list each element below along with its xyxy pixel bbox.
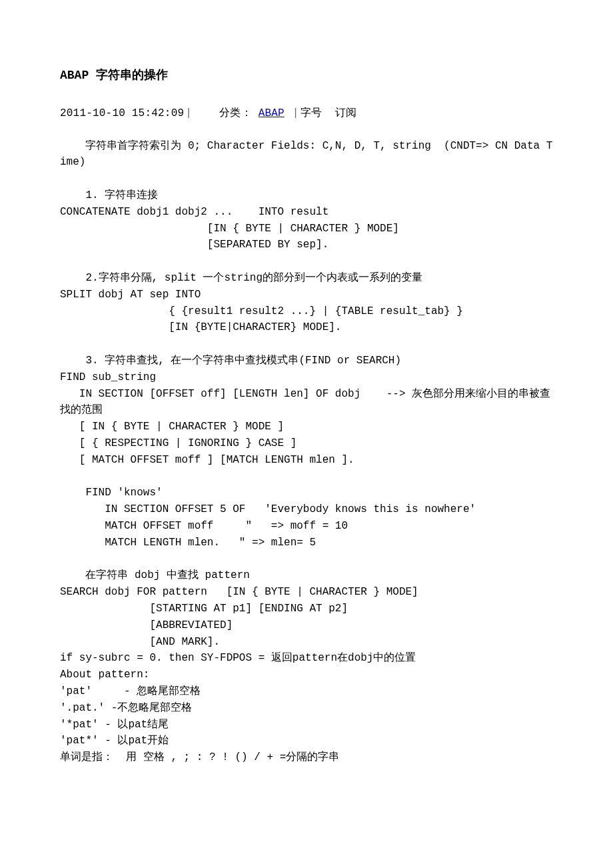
timestamp: 2011-10-10 15:42:09 [60,107,184,119]
document-page: ABAP 字符串的操作 2011-10-10 15:42:09| 分类： ABA… [0,0,613,868]
subscribe-label: 订阅 [335,107,356,119]
meta-line: 2011-10-10 15:42:09| 分类： ABAP |字号 订阅 [60,105,553,122]
category-label: 分类： [219,107,252,119]
category-link[interactable]: ABAP [259,107,285,119]
document-body: 字符串首字符索引为 0; Character Fields: C,N, D, T… [60,138,553,766]
separator: | [185,107,192,119]
page-title: ABAP 字符串的操作 [60,67,553,85]
separator: | [293,107,299,119]
font-size-label: 字号 [301,107,322,119]
